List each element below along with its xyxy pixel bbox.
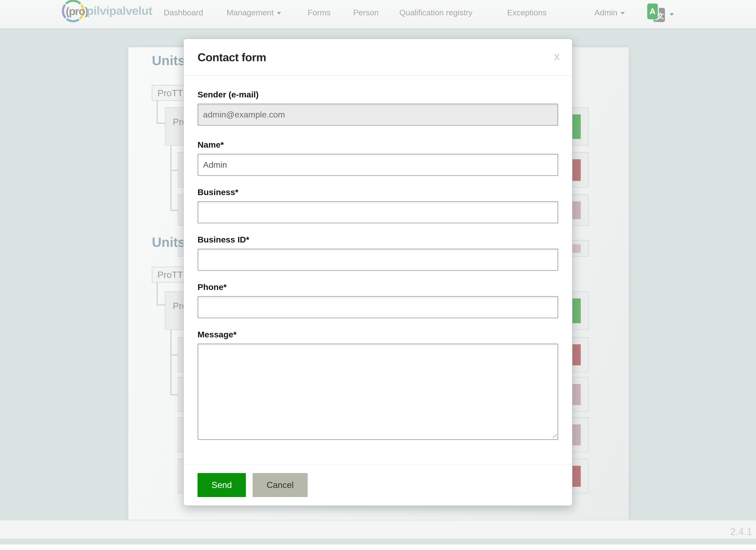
sender-field <box>198 103 558 126</box>
sender-label: Sender (e-mail) <box>198 90 558 99</box>
tree-connector <box>170 394 178 395</box>
nav-item-management[interactable]: Management <box>227 0 281 25</box>
nav-item-exceptions[interactable]: Exceptions <box>507 0 547 25</box>
nav-item-dashboard[interactable]: Dashboard <box>164 0 203 25</box>
tree-connector <box>170 170 178 171</box>
business-field[interactable] <box>198 201 558 223</box>
modal-header: Contact form X <box>184 39 572 76</box>
footer-band <box>0 520 756 539</box>
chevron-down-icon <box>670 13 674 17</box>
app-version: 2.4.1 <box>730 526 752 537</box>
nav-admin-menu[interactable]: Admin <box>594 0 625 25</box>
translate-icon-tail <box>653 20 655 23</box>
business-label: Business* <box>198 187 558 197</box>
tree-connector <box>170 146 172 211</box>
phone-field[interactable] <box>198 296 558 318</box>
modal-body: Sender (e-mail) Name* Business* Business… <box>184 76 572 464</box>
message-label: Message* <box>198 330 558 339</box>
language-menu[interactable]: 文 A <box>647 4 677 25</box>
footer-white-strip <box>0 544 756 550</box>
nav-item-forms[interactable]: Forms <box>308 0 330 25</box>
business-id-label: Business ID* <box>198 235 558 244</box>
name-field[interactable] <box>198 154 558 176</box>
tree-connector <box>157 304 165 306</box>
footer-strip <box>0 539 756 544</box>
chevron-down-icon <box>277 12 281 15</box>
message-field[interactable] <box>198 344 558 440</box>
tree-connector <box>157 123 165 124</box>
phone-label: Phone* <box>198 282 558 292</box>
send-button[interactable]: Send <box>198 473 246 497</box>
units-section-heading: Units <box>152 234 185 250</box>
chevron-down-icon <box>620 12 625 15</box>
name-label: Name* <box>198 140 558 149</box>
tree-connector <box>170 330 172 395</box>
nav-item-person[interactable]: Person <box>353 0 379 25</box>
contact-form-modal: Contact form X Sender (e-mail) Name* Bus… <box>183 39 572 506</box>
top-navbar: (pro) pilvipalvelut Dashboard Management… <box>0 0 756 29</box>
tree-connector <box>170 210 178 211</box>
brand-name-text: pilvipalvelut <box>87 4 152 18</box>
close-icon[interactable]: X <box>554 52 560 62</box>
translate-icon-front: A <box>647 4 658 19</box>
nav-item-qualification-registry[interactable]: Qualification registry <box>399 0 472 25</box>
business-id-field[interactable] <box>198 248 558 271</box>
modal-title: Contact form <box>198 51 266 64</box>
cancel-button[interactable]: Cancel <box>253 473 308 497</box>
tree-connector <box>157 101 158 124</box>
tree-connector <box>170 354 178 356</box>
brand-pro-text: (pro) <box>66 5 88 18</box>
tree-connector <box>157 283 158 306</box>
modal-footer: Send Cancel <box>184 464 572 506</box>
units-section-heading: Units <box>152 53 185 68</box>
